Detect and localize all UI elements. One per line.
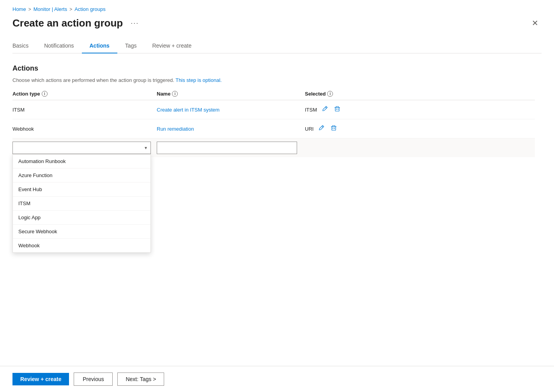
breadcrumb: Home > Monitor | Alerts > Action groups xyxy=(12,6,542,12)
header-selected: Selected i xyxy=(305,91,535,97)
dropdown-menu: Automation Runbook Azure Function Event … xyxy=(12,154,151,253)
row2-name[interactable]: Run remediation xyxy=(157,126,305,132)
more-options-button[interactable]: ··· xyxy=(127,18,142,29)
dropdown-option-automation-runbook[interactable]: Automation Runbook xyxy=(13,154,150,169)
optional-link[interactable]: This step is optional. xyxy=(175,77,222,83)
tab-review-create[interactable]: Review + create xyxy=(144,39,199,53)
footer: Review + create Previous Next: Tags > xyxy=(0,366,554,392)
close-button[interactable]: ✕ xyxy=(529,17,542,29)
action-type-info-icon[interactable]: i xyxy=(42,91,48,97)
table-header: Action type i Name i Selected i xyxy=(12,91,535,100)
row1-action-type: ITSM xyxy=(12,107,157,113)
actions-section: Actions Choose which actions are perform… xyxy=(12,64,535,157)
name-info-icon[interactable]: i xyxy=(172,91,178,97)
next-button[interactable]: Next: Tags > xyxy=(117,372,164,386)
table-row: Webhook Run remediation URI xyxy=(12,119,535,138)
dropdown-option-logic-app[interactable]: Logic App xyxy=(13,211,150,225)
new-action-row: Automation Runbook Azure Function Event … xyxy=(12,138,535,157)
row1-delete-button[interactable] xyxy=(333,104,342,115)
breadcrumb-sep-1: > xyxy=(28,7,31,12)
page-header: Create an action group ··· ✕ xyxy=(12,17,542,29)
dropdown-option-secure-webhook[interactable]: Secure Webhook xyxy=(13,225,150,239)
new-name-cell xyxy=(157,142,305,154)
row2-delete-button[interactable] xyxy=(329,123,338,134)
breadcrumb-home[interactable]: Home xyxy=(12,6,26,12)
tab-basics[interactable]: Basics xyxy=(12,39,36,53)
table-row: ITSM Create alert in ITSM system ITSM xyxy=(12,100,535,119)
selected-info-icon[interactable]: i xyxy=(327,91,333,97)
dropdown-option-azure-function[interactable]: Azure Function xyxy=(13,169,150,183)
row2-action-type: Webhook xyxy=(12,126,157,132)
dropdown-option-webhook[interactable]: Webhook xyxy=(13,239,150,252)
header-action-type: Action type i xyxy=(12,91,157,97)
page-title: Create an action group xyxy=(12,17,123,29)
section-title: Actions xyxy=(12,64,535,73)
action-type-dropdown-container: Automation Runbook Azure Function Event … xyxy=(12,142,151,154)
page-title-row: Create an action group ··· xyxy=(12,17,142,29)
dropdown-option-event-hub[interactable]: Event Hub xyxy=(13,183,150,197)
tab-notifications[interactable]: Notifications xyxy=(36,39,81,53)
description-text: Choose which actions are performed when … xyxy=(12,77,174,83)
tab-tags[interactable]: Tags xyxy=(117,39,145,53)
new-action-type-cell: Automation Runbook Azure Function Event … xyxy=(12,142,157,154)
breadcrumb-sep-2: > xyxy=(69,7,72,12)
tab-actions[interactable]: Actions xyxy=(82,39,117,53)
dropdown-option-itsm[interactable]: ITSM xyxy=(13,197,150,211)
row2-edit-button[interactable] xyxy=(317,123,326,134)
row2-selected: URI xyxy=(305,123,535,134)
previous-button[interactable]: Previous xyxy=(74,372,113,386)
section-description: Choose which actions are performed when … xyxy=(12,77,535,83)
row1-edit-button[interactable] xyxy=(320,104,329,115)
tabs: Basics Notifications Actions Tags Review… xyxy=(12,39,542,53)
action-type-dropdown[interactable]: Automation Runbook Azure Function Event … xyxy=(12,142,151,154)
breadcrumb-action-groups[interactable]: Action groups xyxy=(74,6,106,12)
new-name-input[interactable] xyxy=(157,142,297,154)
header-name: Name i xyxy=(157,91,305,97)
row1-name[interactable]: Create alert in ITSM system xyxy=(157,107,305,113)
breadcrumb-monitor-alerts[interactable]: Monitor | Alerts xyxy=(34,6,67,12)
row1-selected: ITSM xyxy=(305,104,535,115)
review-create-button[interactable]: Review + create xyxy=(12,373,69,385)
